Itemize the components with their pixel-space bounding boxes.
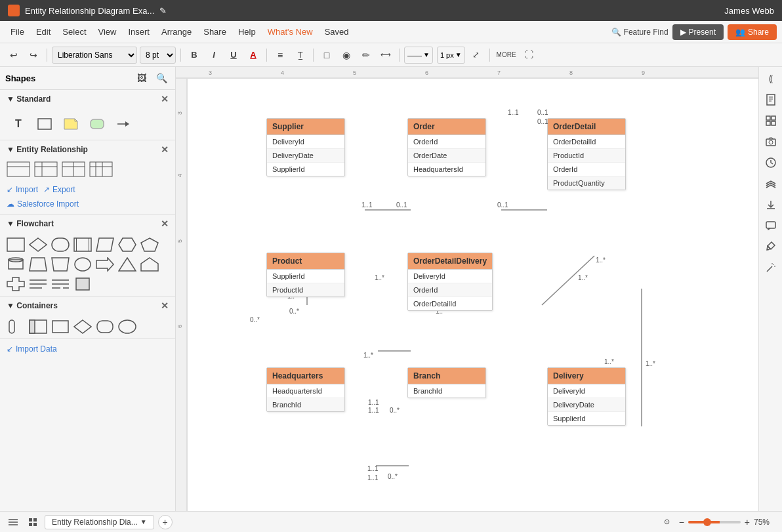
menu-insert[interactable]: Insert [123, 24, 155, 39]
note-shape[interactable] [60, 113, 81, 134]
import-button[interactable]: ↙ Import [7, 185, 38, 194]
er-close[interactable]: ✕ [161, 144, 169, 155]
zoom-fit-button[interactable]: ⊙ [659, 514, 675, 530]
zoom-slider[interactable] [688, 521, 741, 523]
menu-file[interactable]: File [5, 24, 30, 39]
er-shape-2[interactable] [34, 161, 58, 177]
rect-shape[interactable] [34, 113, 55, 134]
present-button[interactable]: ▶ Present [672, 24, 724, 40]
canvas-area[interactable]: 3 4 5 6 7 8 9 3 4 5 6 [176, 67, 758, 511]
clock-icon[interactable] [762, 153, 780, 172]
flowchart-section-header[interactable]: ▼ Flowchart ✕ [0, 215, 175, 233]
entity-product[interactable]: Product SupplierId ProductId [266, 253, 345, 297]
fc-double-rect[interactable] [73, 237, 92, 253]
entity-orderdetaildelivery[interactable]: OrderDetailDelivery DeliveryId OrderId O… [407, 253, 493, 311]
er-shape-4[interactable] [89, 161, 113, 177]
align-button[interactable]: ≡ [272, 47, 289, 64]
container-swimlane[interactable] [29, 319, 47, 335]
layers-icon[interactable] [762, 174, 780, 193]
font-size-select[interactable]: 8 pt 10 pt 12 pt [140, 47, 176, 64]
er-shape-1[interactable] [7, 161, 30, 177]
underline-button[interactable]: U [225, 47, 242, 64]
download-icon[interactable] [762, 195, 780, 214]
wand-icon[interactable] [762, 258, 780, 277]
fc-square[interactable] [73, 276, 92, 292]
list-view-button[interactable] [5, 514, 21, 530]
line-width-selector[interactable]: 1 px ▼ [437, 47, 465, 64]
bold-button[interactable]: B [186, 47, 203, 64]
fc-diamond[interactable] [29, 237, 47, 253]
entity-delivery[interactable]: Delivery DeliveryId DeliveryDate Supplie… [547, 367, 626, 426]
fill-button[interactable]: ◉ [338, 47, 355, 64]
line-color-button[interactable]: ✏ [358, 47, 375, 64]
fc-lines[interactable] [29, 276, 47, 292]
container-ellipse[interactable] [118, 319, 136, 335]
import-data-button[interactable]: ↙ Import Data [7, 344, 169, 354]
grid-view-button[interactable] [25, 514, 41, 530]
connection-button[interactable]: ⟷ [377, 47, 394, 64]
camera-icon[interactable] [762, 133, 780, 151]
menu-share[interactable]: Share [198, 24, 232, 39]
fc-parallelogram[interactable] [96, 237, 114, 253]
fc-trapezoid[interactable] [29, 256, 47, 272]
menu-edit[interactable]: Edit [31, 24, 56, 39]
images-button[interactable]: 🖼 [133, 70, 150, 87]
more-button[interactable]: MORE [495, 47, 518, 64]
container-rect[interactable] [51, 319, 70, 335]
menu-whats-new[interactable]: What's New [262, 24, 318, 39]
fc-cross[interactable] [7, 276, 25, 292]
fullscreen-button[interactable]: ⛶ [521, 47, 538, 64]
undo-button[interactable]: ↩ [5, 47, 22, 64]
containers-close[interactable]: ✕ [161, 300, 169, 311]
fc-hexagon[interactable] [118, 237, 136, 253]
entity-orderdetail[interactable]: OrderDetail OrderDetailId ProductId Orde… [547, 118, 626, 190]
entity-headquarters[interactable]: Headquarters HeadquartersId BranchId [266, 367, 345, 412]
container-rounded[interactable] [96, 319, 114, 335]
share-button[interactable]: 👥 Share [728, 24, 777, 40]
entity-order[interactable]: Order OrderId OrderDate HeadquartersId [407, 118, 486, 176]
redo-button[interactable]: ↪ [25, 47, 42, 64]
export-button[interactable]: ↗ Export [43, 185, 75, 194]
chat-icon[interactable] [762, 216, 780, 235]
fc-triangle[interactable] [118, 256, 136, 272]
arrow-shape[interactable] [113, 113, 134, 134]
waypoint-button[interactable]: ⤢ [468, 47, 485, 64]
collapse-panel-button[interactable]: ⟪ [762, 70, 780, 88]
menu-arrange[interactable]: Arrange [156, 24, 197, 39]
er-shape-3[interactable] [62, 161, 85, 177]
canvas-content[interactable]: 1..* 0..* 1..1 0..1 0..1 0..* 1..* 1..* … [188, 79, 758, 511]
salesforce-button[interactable]: ☁ Salesforce Import [7, 199, 169, 209]
standard-close[interactable]: ✕ [161, 94, 169, 104]
page-icon[interactable] [762, 91, 780, 109]
diagram-tab[interactable]: Entity Relationship Dia... ▼ [45, 515, 154, 529]
fc-rect[interactable] [7, 237, 25, 253]
fc-arrow-right[interactable] [96, 256, 114, 272]
entity-branch[interactable]: Branch BranchId [407, 367, 486, 398]
text-shape[interactable]: T [8, 113, 29, 134]
fc-rounded[interactable] [51, 237, 70, 253]
text-format-button[interactable]: T̲ [291, 47, 308, 64]
flowchart-close[interactable]: ✕ [161, 218, 169, 229]
shape-style-button[interactable]: □ [318, 47, 335, 64]
standard-section-header[interactable]: ▼ Standard ✕ [0, 90, 175, 108]
add-page-button[interactable]: + [158, 515, 173, 529]
zoom-out-button[interactable]: − [679, 517, 684, 527]
fc-lines-2[interactable] [51, 276, 70, 292]
fc-house[interactable] [140, 256, 159, 272]
zoom-level[interactable]: 75% [754, 518, 777, 527]
grid-view-icon[interactable] [762, 112, 780, 130]
entity-supplier[interactable]: Supplier DeliveryId DeliveryDate Supplie… [266, 118, 345, 176]
fc-inverted-trapezoid[interactable] [51, 256, 70, 272]
er-section-header[interactable]: ▼ Entity Relationship ✕ [0, 140, 175, 159]
fc-cylinder[interactable] [7, 256, 25, 272]
line-style-selector[interactable]: —— ▼ [404, 47, 433, 64]
font-family-select[interactable]: Liberation Sans [52, 47, 137, 64]
brush-icon[interactable] [762, 237, 780, 256]
containers-section-header[interactable]: ▼ Containers ✕ [0, 297, 175, 315]
font-color-button[interactable]: A [245, 47, 262, 64]
container-pill[interactable] [7, 319, 25, 335]
zoom-in-button[interactable]: + [745, 517, 750, 527]
menu-view[interactable]: View [93, 24, 122, 39]
edit-icon[interactable]: ✎ [159, 6, 167, 16]
container-diamond[interactable] [73, 319, 92, 335]
